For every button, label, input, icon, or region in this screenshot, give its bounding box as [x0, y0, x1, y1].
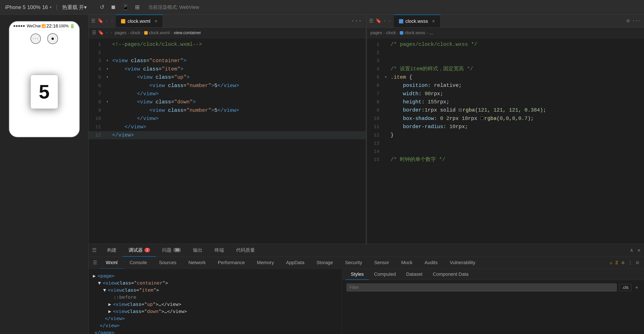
tab-wxss[interactable]: clock.wxss ✕ — [394, 14, 440, 27]
right-code-area[interactable]: 1 /* pages/clock/clock.wxss */ 2 3 — [367, 38, 644, 244]
stab-computed[interactable]: Computed — [369, 269, 401, 280]
tab-wxss-close[interactable]: ✕ — [432, 19, 435, 24]
ln-6: 6 — [90, 82, 101, 90]
devtab-wxml[interactable]: Wxml — [100, 257, 124, 269]
btab-codequality[interactable]: 代码质量 — [230, 244, 261, 257]
tree-view-container[interactable]: ▼ <view class =" container "> — [93, 280, 338, 286]
devtab-security-label: Security — [345, 260, 362, 266]
tree-close-container[interactable]: </view> — [93, 322, 338, 329]
rbc-sep3: › — [426, 30, 428, 35]
cls-button[interactable]: .cls — [619, 284, 631, 291]
devtab-appdata[interactable]: AppData — [280, 257, 310, 269]
r-back-icon[interactable]: ‹ — [384, 18, 386, 24]
simulator-panel: WeChat 📶 22:16 100% 🔋 ··· ⏺ 5 — [0, 14, 88, 334]
right-breadcrumb: pages › clock › clock.wxss › … — [370, 30, 434, 35]
rbc-wxss-name: clock.wxss — [404, 30, 425, 35]
stab-component-data[interactable]: Component Data — [428, 269, 474, 280]
phone-menu-btn[interactable]: ··· — [30, 34, 41, 44]
bottom-up-icon[interactable]: ∧ — [630, 247, 633, 254]
devtools-hamburger-icon[interactable]: ☰ — [90, 260, 100, 266]
phone-content: 5 — [9, 47, 79, 137]
r-ln-2: 2 — [369, 48, 380, 56]
r-cc-11: border-radius: 10rpx; — [390, 123, 642, 131]
stop-btn[interactable]: ⏹ — [110, 4, 116, 10]
add-style-button[interactable]: + — [634, 284, 640, 291]
tree-down-attr: class — [127, 309, 141, 314]
phone-home-btn[interactable]: ⏺ — [47, 33, 58, 44]
tree-before-text: ::before — [114, 294, 136, 300]
phone-btn[interactable]: 📱 — [122, 4, 129, 10]
left-code-area[interactable]: 1 <!--pages/clock/clock.wxml--> 2 3 ▾ <v… — [88, 38, 366, 244]
bottom-close-icon[interactable]: ✕ — [638, 247, 640, 254]
fa-3[interactable]: ▾ — [106, 57, 110, 64]
tab-wxml[interactable]: clock.wxml ✕ — [116, 14, 163, 27]
ln-5: 5 — [90, 73, 101, 81]
tree-view-down[interactable]: ▶ <view class =" down ">…</view> — [93, 308, 338, 315]
bc-left-forward[interactable]: › — [110, 30, 113, 36]
tree-view-up[interactable]: ▶ <view class =" up ">…</view> — [93, 301, 338, 308]
fa-5[interactable]: ▾ — [106, 73, 110, 80]
devtab-storage[interactable]: Storage — [310, 257, 339, 269]
filter-input[interactable] — [346, 284, 617, 292]
bottom-right-icons: ∧ ✕ — [630, 247, 640, 254]
tree-close-page-tag: </page> — [94, 330, 114, 334]
devtab-vulnerability[interactable]: Vulnerability — [444, 257, 481, 269]
split-btn[interactable]: ⊞ — [135, 4, 140, 10]
btab-output[interactable]: 输出 — [187, 244, 208, 257]
devtab-security[interactable]: Security — [339, 257, 368, 269]
phone-controls: ··· ⏺ — [9, 30, 79, 47]
devtab-memory[interactable]: Memory — [251, 257, 280, 269]
device-dropdown-arrow[interactable]: ▾ — [50, 5, 52, 10]
battery-pct: 100% — [59, 24, 68, 28]
btab-issues[interactable]: 问题 36 — [156, 244, 187, 257]
tree-container-tag: <view — [102, 280, 117, 286]
devtab-audits[interactable]: Audits — [418, 257, 444, 269]
tree-close-view[interactable]: </view> — [93, 315, 338, 322]
stab-styles[interactable]: Styles — [346, 269, 369, 280]
r-code-line-8: 8 height: 155rpx; — [367, 98, 644, 106]
refresh-btn[interactable]: ↺ — [100, 4, 104, 10]
tree-container-close: "> — [162, 280, 168, 286]
tree-item-tag: <view — [108, 287, 122, 293]
btab-build[interactable]: 构建 — [101, 244, 122, 257]
device-selector[interactable]: iPhone 5 100% 16 ▾ — [5, 4, 52, 10]
tree-view-item[interactable]: ▼ <view class =" item "> — [93, 286, 338, 294]
code-line-11: 11 </view> — [88, 123, 366, 131]
bc-left-back[interactable]: ‹ — [106, 30, 108, 36]
devtab-network[interactable]: Network — [182, 257, 212, 269]
back-icon[interactable]: ‹ — [106, 18, 108, 24]
devtools-settings-icon[interactable]: ⚙ — [622, 260, 624, 266]
r-cc-9: border:1rpx solid rgba(121, 121, 121, 0.… — [390, 106, 642, 114]
btab-debugger[interactable]: 调试器 2 — [122, 244, 156, 257]
tree-item-close: "> — [153, 287, 159, 293]
cc-12: </view> — [112, 131, 364, 139]
stab-dataset[interactable]: Dataset — [401, 269, 428, 280]
tab-more-left[interactable]: ··· — [347, 18, 366, 24]
tab-wxml-close[interactable]: ✕ — [154, 19, 158, 24]
tree-before[interactable]: ::before — [93, 294, 338, 301]
devtab-console[interactable]: Console — [124, 257, 153, 269]
r-fa-5[interactable]: ▾ — [384, 73, 389, 80]
r-fa-8 — [384, 98, 389, 99]
r-forward-icon[interactable]: › — [388, 18, 391, 24]
forward-icon[interactable]: › — [110, 18, 113, 24]
btab-terminal[interactable]: 终端 — [208, 244, 230, 257]
fa-8[interactable]: ▾ — [106, 98, 110, 105]
tree-close-page[interactable]: </page> — [93, 329, 338, 334]
devtab-mock[interactable]: Mock — [395, 257, 418, 269]
devtab-sources[interactable]: Sources — [153, 257, 182, 269]
r-more-icon[interactable]: ··· — [632, 18, 640, 24]
devtab-sensor[interactable]: Sensor — [368, 257, 395, 269]
tree-container-attr: class — [117, 280, 131, 286]
devtools-more-icon[interactable]: ⋮ — [628, 260, 632, 266]
r-ln-15: 15 — [369, 156, 380, 164]
devtools-detach-icon[interactable]: ⊡ — [636, 260, 639, 266]
fa-9 — [106, 106, 110, 107]
tree-page[interactable]: ▶ <page> — [93, 272, 338, 280]
bottom-hamburger-icon: ☰ — [92, 247, 97, 254]
devtab-performance[interactable]: Performance — [212, 257, 251, 269]
hot-reload-btn[interactable]: 热重载 开▾ — [62, 4, 87, 11]
bc-view-container: view.container — [174, 30, 201, 35]
split-view-icon[interactable]: ⊟ — [626, 18, 630, 24]
fa-4[interactable]: ▾ — [106, 65, 110, 72]
